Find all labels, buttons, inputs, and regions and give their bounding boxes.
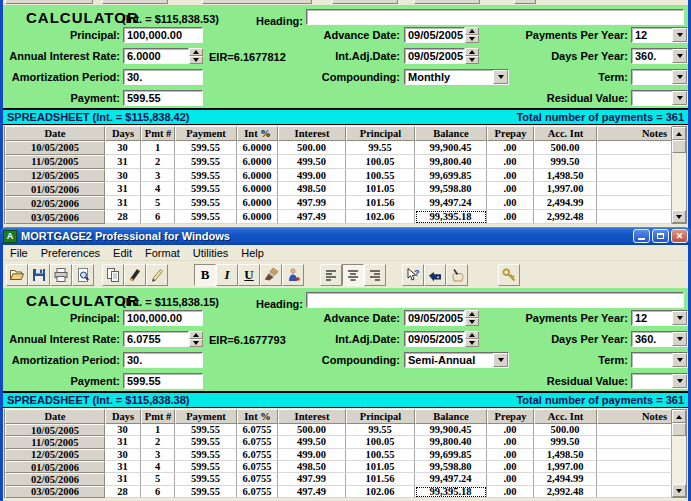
close-button[interactable]: ✕	[671, 229, 688, 243]
row-balance-cell[interactable]: 99,900.45	[415, 141, 487, 155]
row-principal-cell[interactable]: 101.56	[346, 473, 415, 485]
row-balance-cell[interactable]: 99,395.18	[415, 210, 487, 224]
heading-input[interactable]	[306, 9, 684, 25]
row-int-pct-cell[interactable]: 6.0755	[237, 449, 278, 461]
row-pmt-cell[interactable]: 5	[141, 196, 175, 210]
col-acc-int[interactable]: Acc. Int	[534, 126, 597, 141]
advance-date-input[interactable]: 09/05/2005	[404, 310, 465, 326]
spinner-down-icon[interactable]	[465, 56, 479, 64]
spinner-up-icon[interactable]	[465, 27, 479, 35]
rate-spinner[interactable]	[189, 331, 203, 347]
row-prepay-cell[interactable]: .00	[487, 210, 534, 224]
row-notes-cell[interactable]	[597, 182, 672, 196]
row-interest-cell[interactable]: 497.99	[278, 196, 346, 210]
row-payment-cell[interactable]: 599.55	[175, 182, 237, 196]
row-prepay-cell[interactable]: .00	[487, 424, 534, 436]
col-date[interactable]: Date	[5, 409, 105, 424]
row-pmt-cell[interactable]: 1	[141, 424, 175, 436]
spinner-up-icon[interactable]	[465, 48, 479, 56]
col-payment[interactable]: Payment	[175, 409, 237, 424]
format-painter-button[interactable]	[124, 264, 146, 286]
menu-format[interactable]: Format	[145, 247, 180, 259]
principal-input[interactable]: 100,000.00	[123, 27, 203, 43]
menu-edit[interactable]: Edit	[113, 247, 132, 259]
table-row[interactable]: 03/05/2006 28 6 599.55 6.0755 497.49 102…	[5, 486, 672, 498]
row-interest-cell[interactable]: 499.00	[278, 449, 346, 461]
col-notes[interactable]: Notes	[597, 126, 672, 141]
row-acc-int-cell[interactable]: 500.00	[534, 424, 597, 436]
menu-utilities[interactable]: Utilities	[193, 247, 228, 259]
int-adj-date-spinner[interactable]	[465, 48, 479, 64]
col-principal[interactable]: Principal	[346, 409, 415, 424]
payments-per-year-select[interactable]: 12	[631, 310, 688, 326]
term-select[interactable]	[631, 352, 688, 368]
row-principal-cell[interactable]: 99.55	[346, 141, 415, 155]
advance-date-spinner[interactable]	[465, 27, 479, 43]
row-principal-cell[interactable]: 101.56	[346, 196, 415, 210]
row-notes-cell[interactable]	[597, 424, 672, 436]
row-notes-cell[interactable]	[597, 141, 672, 155]
spinner-up-icon[interactable]	[465, 331, 479, 339]
row-acc-int-cell[interactable]: 1,997.00	[534, 461, 597, 473]
row-pmt-cell[interactable]: 6	[141, 486, 175, 498]
chevron-down-icon[interactable]	[672, 70, 687, 84]
row-payment-cell[interactable]: 599.55	[175, 210, 237, 224]
spinner-down-icon[interactable]	[189, 339, 203, 347]
row-acc-int-cell[interactable]: 1,997.00	[534, 182, 597, 196]
amortization-input[interactable]: 30.	[123, 352, 203, 368]
row-pmt-cell[interactable]: 6	[141, 210, 175, 224]
print-button[interactable]	[50, 264, 72, 286]
menu-preferences[interactable]: Preferences	[41, 247, 100, 259]
row-int-pct-cell[interactable]: 6.0000	[237, 182, 278, 196]
spinner-down-icon[interactable]	[189, 56, 203, 64]
chevron-down-icon[interactable]	[672, 91, 687, 105]
spinner-down-icon[interactable]	[465, 318, 479, 326]
chevron-down-icon[interactable]	[672, 49, 687, 63]
days-per-year-select[interactable]: 360.	[631, 331, 688, 347]
heading-input[interactable]	[306, 292, 684, 308]
row-prepay-cell[interactable]: .00	[487, 155, 534, 169]
row-interest-cell[interactable]: 499.50	[278, 155, 346, 169]
col-date[interactable]: Date	[5, 126, 105, 141]
sign-button[interactable]	[446, 264, 468, 286]
row-principal-cell[interactable]: 99.55	[346, 424, 415, 436]
row-notes-cell[interactable]	[597, 169, 672, 183]
chevron-down-icon[interactable]	[672, 374, 687, 388]
underline-button[interactable]: U	[238, 264, 260, 286]
col-pmt[interactable]: Pmt #	[141, 409, 175, 424]
row-balance-cell[interactable]: 99,598.80	[415, 461, 487, 473]
row-principal-cell[interactable]: 101.05	[346, 182, 415, 196]
spinner-down-icon[interactable]	[465, 35, 479, 43]
row-principal-cell[interactable]: 100.05	[346, 436, 415, 448]
table-row[interactable]: 01/05/2006 31 4 599.55 6.0000 498.50 101…	[5, 182, 672, 196]
row-pmt-cell[interactable]: 1	[141, 141, 175, 155]
row-int-pct-cell[interactable]: 6.0755	[237, 424, 278, 436]
col-balance[interactable]: Balance	[415, 126, 487, 141]
row-interest-cell[interactable]: 500.00	[278, 424, 346, 436]
row-pmt-cell[interactable]: 2	[141, 155, 175, 169]
row-pmt-cell[interactable]: 3	[141, 449, 175, 461]
row-payment-cell[interactable]: 599.55	[175, 461, 237, 473]
table-row[interactable]: 10/05/2005 30 1 599.55 6.0755 500.00 99.…	[5, 424, 672, 436]
row-payment-cell[interactable]: 599.55	[175, 424, 237, 436]
save-button[interactable]	[28, 264, 50, 286]
table-row[interactable]: 03/05/2006 28 6 599.55 6.0000 497.49 102…	[5, 210, 672, 224]
row-days-cell[interactable]: 28	[105, 486, 141, 498]
scroll-thumb[interactable]	[672, 423, 686, 436]
announce-button[interactable]	[424, 264, 446, 286]
int-adj-date-input[interactable]: 09/05/2005	[404, 48, 465, 64]
row-notes-cell[interactable]	[597, 436, 672, 448]
row-acc-int-cell[interactable]: 2,992.48	[534, 210, 597, 224]
scroll-track[interactable]	[672, 436, 686, 484]
table-row[interactable]: 11/05/2005 31 2 599.55 6.0755 499.50 100…	[5, 436, 672, 448]
row-date-cell[interactable]: 11/05/2005	[5, 436, 105, 448]
row-pmt-cell[interactable]: 5	[141, 473, 175, 485]
col-prepay[interactable]: Prepay	[487, 409, 534, 424]
row-notes-cell[interactable]	[597, 486, 672, 498]
row-interest-cell[interactable]: 499.50	[278, 436, 346, 448]
table-scrollbar[interactable]	[672, 409, 687, 498]
row-acc-int-cell[interactable]: 999.50	[534, 436, 597, 448]
row-principal-cell[interactable]: 101.05	[346, 461, 415, 473]
row-prepay-cell[interactable]: .00	[487, 182, 534, 196]
scroll-up-icon[interactable]	[672, 410, 686, 423]
